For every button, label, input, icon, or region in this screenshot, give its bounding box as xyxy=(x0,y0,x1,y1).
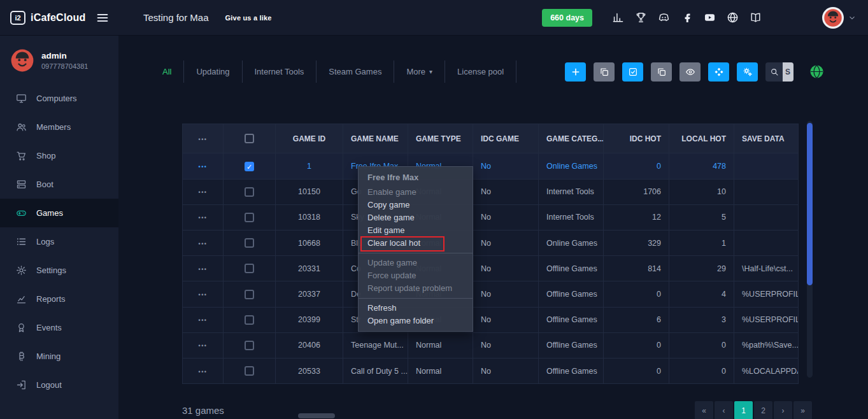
menu-item-open-game-folder[interactable]: Open game folder xyxy=(359,315,473,327)
row-checkbox[interactable] xyxy=(245,341,254,350)
give-us-a-like-link[interactable]: Give us a like xyxy=(225,14,272,22)
table-row[interactable]: •••20337DeNormalNoOffline Games04%USERPR… xyxy=(183,281,799,307)
table-row[interactable]: •••10318SkyNormalNoInternet Tools125 xyxy=(183,204,799,230)
menu-item-edit-game[interactable]: Edit game xyxy=(359,224,473,237)
brand: i2 iCafeCloud xyxy=(0,11,118,25)
horizontal-scrollbar[interactable] xyxy=(298,413,335,418)
sidebar-item-shop[interactable]: Shop xyxy=(0,141,118,170)
row-checkbox[interactable]: ✓ xyxy=(245,162,254,171)
sidebar-item-events[interactable]: Events xyxy=(0,313,118,342)
table-row[interactable]: •••✓1Free Ifre MaxNormalNoOnline Games04… xyxy=(183,153,799,179)
page-button-first[interactable]: « xyxy=(695,401,713,419)
row-checkbox[interactable] xyxy=(245,264,254,273)
table-row[interactable]: •••20533Call of Duty 5 ...NormalNoOfflin… xyxy=(183,358,799,383)
row-menu-button[interactable]: ••• xyxy=(199,292,208,298)
facebook-icon[interactable] xyxy=(681,11,693,24)
cell-category: Offline Games xyxy=(539,307,604,332)
add-game-button[interactable] xyxy=(565,62,586,82)
user-phone: 097778704381 xyxy=(41,62,88,70)
tab-more[interactable]: More▾ xyxy=(394,60,445,83)
cell-idc_game: No xyxy=(473,256,539,281)
menu-toggle-icon[interactable] xyxy=(96,11,110,25)
categories-button[interactable] xyxy=(708,62,729,82)
row-menu-button[interactable]: ••• xyxy=(199,189,208,195)
search-input[interactable]: S xyxy=(765,62,793,82)
sidebar-item-mining[interactable]: Mining xyxy=(0,342,118,371)
sidebar-item-settings[interactable]: Settings xyxy=(0,256,118,285)
tab-license-pool[interactable]: License pool xyxy=(445,60,516,83)
award-icon xyxy=(16,322,27,333)
row-checkbox[interactable] xyxy=(245,366,254,376)
batch-settings-button[interactable] xyxy=(737,62,758,82)
license-days-button[interactable]: 660 days xyxy=(542,9,592,27)
sidebar-item-reports[interactable]: Reports xyxy=(0,285,118,313)
tab-internet-tools[interactable]: Internet Tools xyxy=(242,60,317,83)
cell-category: Offline Games xyxy=(539,358,604,383)
page-button-prev[interactable]: ‹ xyxy=(715,401,733,419)
table-row[interactable]: •••20331CoNormalNoOffline Games81429\Hal… xyxy=(183,256,799,281)
row-menu-column-header: ••• xyxy=(183,124,224,153)
table-row[interactable]: •••20399StrNormalNoOffline Games63%USERP… xyxy=(183,307,799,332)
row-checkbox[interactable] xyxy=(245,187,254,197)
row-menu-button[interactable]: ••• xyxy=(199,241,208,247)
menu-item-clear-local-hot[interactable]: Clear local hot xyxy=(359,237,473,250)
book-icon[interactable] xyxy=(750,11,762,24)
menu-item-refresh[interactable]: Refresh xyxy=(359,302,473,315)
page-button-last[interactable]: » xyxy=(793,401,812,419)
cell-category: Internet Tools xyxy=(539,179,604,204)
sidebar-item-members[interactable]: Members xyxy=(0,113,118,141)
menu-item-delete-game[interactable]: Delete game xyxy=(359,211,473,224)
sidebar-item-games[interactable]: Games xyxy=(0,199,118,227)
table-row[interactable]: •••10668BluNormalNoOnline Games3291 xyxy=(183,230,799,255)
row-menu-button[interactable]: ••• xyxy=(199,164,208,170)
sidebar-item-boot[interactable]: Boot xyxy=(0,170,118,199)
row-checkbox[interactable] xyxy=(245,213,254,222)
vertical-scrollbar[interactable] xyxy=(807,121,813,378)
view-games-button[interactable] xyxy=(679,62,701,82)
sidebar-item-computers[interactable]: Computers xyxy=(0,84,118,113)
scrollbar-thumb[interactable] xyxy=(807,123,813,285)
duplicate-games-button[interactable] xyxy=(651,62,672,82)
row-menu-button[interactable]: ••• xyxy=(199,343,208,349)
row-menu-button[interactable]: ••• xyxy=(199,215,208,221)
row-checkbox[interactable] xyxy=(245,315,254,325)
tab-updating[interactable]: Updating xyxy=(183,60,241,83)
cell-game_id: 10668 xyxy=(276,230,343,255)
cell-local_hot: 478 xyxy=(669,153,734,179)
gear-icon xyxy=(16,265,27,276)
tab-all[interactable]: All xyxy=(150,60,183,83)
cell-name: Teenage Mut... xyxy=(343,332,408,358)
select-all-checkbox[interactable] xyxy=(245,134,254,143)
sidebar-item-logout[interactable]: Logout xyxy=(0,371,118,399)
trophy-icon[interactable] xyxy=(635,11,647,24)
menu-item-copy-game[interactable]: Copy game xyxy=(359,199,473,211)
globe-icon[interactable] xyxy=(727,11,739,24)
select-games-button[interactable] xyxy=(622,62,643,82)
cell-idc_game: No xyxy=(473,204,539,230)
table-row[interactable]: •••10150GoNormalNoInternet Tools170610 xyxy=(183,179,799,204)
table-row[interactable]: •••20406Teenage Mut...NormalNoOffline Ga… xyxy=(183,332,799,358)
cell-local_hot: 10 xyxy=(669,179,734,204)
user-menu[interactable] xyxy=(822,7,857,29)
row-menu-button[interactable]: ••• xyxy=(199,317,208,323)
row-checkbox[interactable] xyxy=(245,290,254,299)
globe-icon[interactable] xyxy=(809,64,824,79)
copy-games-button[interactable] xyxy=(594,62,615,82)
row-menu-button[interactable]: ••• xyxy=(199,369,208,375)
cell-idc_hot: 329 xyxy=(604,230,669,255)
stats-icon[interactable] xyxy=(612,11,624,24)
row-checkbox[interactable] xyxy=(245,238,254,248)
sidebar-item-logs[interactable]: Logs xyxy=(0,227,118,256)
cell-idc_game: No xyxy=(473,332,539,358)
page-button-2[interactable]: 2 xyxy=(754,401,772,419)
page-button-next[interactable]: › xyxy=(774,401,792,419)
discord-icon[interactable] xyxy=(658,11,670,24)
tab-steam-games[interactable]: Steam Games xyxy=(316,60,394,83)
page-button-1[interactable]: 1 xyxy=(734,401,753,419)
avatar xyxy=(822,7,844,29)
youtube-icon[interactable] xyxy=(704,11,716,24)
main-content: AllUpdatingInternet ToolsSteam GamesMore… xyxy=(118,35,868,419)
row-menu-button[interactable]: ••• xyxy=(199,266,208,273)
context-menu: Free Ifre Max Enable gameCopy gameDelete… xyxy=(358,166,473,332)
sidebar-item-label: Logout xyxy=(36,380,62,390)
